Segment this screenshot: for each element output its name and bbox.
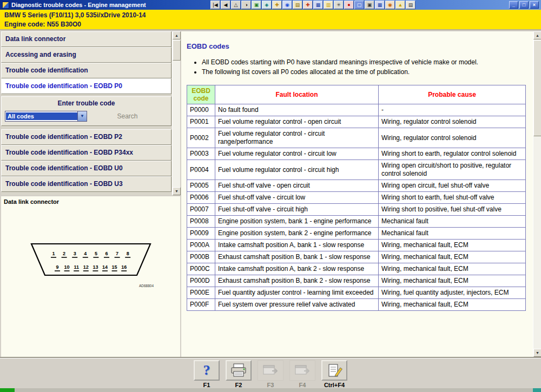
footer-button-f1[interactable]: ?F1 — [193, 360, 221, 388]
close-button[interactable]: × — [530, 1, 539, 9]
connector-panel: Data link connector 12345678 91011121314… — [1, 196, 180, 357]
function-key-label: F2 — [225, 382, 253, 388]
table-row: P000BExhaust camshaft position B, bank 1… — [187, 251, 526, 263]
toolbar: |◀◀△◑▣◈✚◉▤✚▦▥✳●▢▣▦◉▲▤ — [210, 0, 416, 10]
tools-icon[interactable]: ✚ — [272, 1, 282, 9]
scroll-thumb[interactable] — [533, 40, 541, 136]
connector-pin-number: 2 — [63, 251, 65, 256]
connector-outline — [31, 244, 150, 275]
taskbar-teal-fragment — [533, 388, 541, 392]
sidebar-item[interactable]: Trouble code identification - EOBD P2 — [1, 129, 171, 145]
cause-cell: Wiring short to earth, regulator control… — [379, 148, 526, 160]
window-icon[interactable]: ▢ — [354, 1, 364, 9]
warning-triangle-icon[interactable]: △ — [231, 1, 241, 9]
table-row: P000EFuel quantity adjuster control - le… — [187, 287, 526, 299]
scroll-down-icon[interactable]: ▼ — [533, 349, 541, 357]
help-icon: ? — [203, 362, 210, 378]
obd-connector-diagram: 12345678 910111213141516 AD68804 — [26, 241, 156, 290]
fault-cell: Fuel quantity adjuster control - learnin… — [215, 287, 379, 299]
bullet-item: The following list covers all P0 codes a… — [202, 68, 533, 76]
app-icon — [2, 2, 9, 9]
connector-pin-number: 9 — [56, 264, 58, 270]
first-page-icon[interactable]: |◀ — [210, 1, 220, 9]
printer-icon[interactable] — [226, 360, 252, 381]
export-icon — [262, 363, 279, 377]
bottom-edge-strip — [0, 388, 541, 392]
title-bar[interactable]: Diagnostic trouble codes - Engine manage… — [0, 0, 541, 10]
help-icon[interactable]: ? — [194, 360, 220, 381]
clock-icon[interactable]: ◉ — [282, 1, 292, 9]
minimize-button[interactable]: _ — [509, 1, 518, 9]
scroll-down-icon[interactable]: ▼ — [173, 187, 181, 195]
connector-pin-number: 1 — [52, 251, 55, 256]
code-cell: P0005 — [187, 180, 215, 192]
scroll-up-icon[interactable]: ▲ — [533, 31, 541, 39]
sidebar-item[interactable]: Trouble code identification - EOBD P0 — [1, 78, 171, 94]
footer-button-f3: F3 — [256, 360, 285, 388]
gear-icon[interactable]: ✳ — [334, 1, 344, 9]
engine-code: Engine code: N55 B30O0 — [4, 20, 541, 29]
cause-cell: Wiring, mechanical fault, ECM — [379, 263, 526, 275]
display-icon[interactable]: ▣ — [252, 1, 261, 9]
disk-icon[interactable]: ▦ — [375, 1, 385, 9]
sidebar-item[interactable]: Data link connector — [1, 31, 171, 47]
scroll-thumb[interactable] — [173, 40, 181, 61]
search-section-title: Enter trouble code — [2, 97, 171, 110]
connector-pin-number: 16 — [121, 264, 127, 270]
table-row: P0008Engine position system, bank 1 - en… — [187, 216, 526, 228]
fault-cell: Fuel volume regulator control - circuit … — [215, 148, 379, 160]
sidebar-nav-bottom: Trouble code identification - EOBD P2Tro… — [1, 129, 171, 192]
back-icon[interactable]: ◀ — [221, 1, 230, 9]
code-cell: P000E — [187, 287, 215, 299]
code-cell: P000D — [187, 275, 215, 287]
connector-panel-title: Data link connector — [1, 196, 180, 205]
contrast-icon[interactable]: ◑ — [241, 1, 251, 9]
main-content: EOBD codes All EOBD codes starting with … — [181, 31, 533, 357]
power-icon[interactable]: ● — [344, 1, 354, 9]
sidebar-scrollbar[interactable]: ▲ ▼ — [172, 31, 180, 195]
vehicle-title: BMW 5 Series (F10/11) 3,0 535i/xDrive 20… — [4, 11, 541, 20]
table-row: P000DExhaust camshaft position B, bank 2… — [187, 275, 526, 287]
sidebar-item[interactable]: Trouble code identification — [1, 63, 171, 78]
document-edit-icon[interactable] — [321, 360, 347, 381]
code-cell: P000F — [187, 299, 215, 311]
sidebar-item[interactable]: Trouble code identification - EOBD U3 — [1, 176, 171, 192]
document-icon[interactable]: ▤ — [406, 1, 415, 9]
cause-cell: Wiring, fuel quantity adjuster, injector… — [379, 287, 526, 299]
function-key-label: F1 — [193, 382, 221, 388]
table-row: P0005Fuel shut-off valve - open circuitW… — [187, 180, 526, 192]
save-icon[interactable]: ▦ — [313, 1, 323, 9]
cause-cell: Mechanical fault — [379, 216, 526, 228]
fault-cell: Exhaust camshaft position B, bank 2 - sl… — [215, 275, 379, 287]
table-row: P0003Fuel volume regulator control - cir… — [187, 148, 526, 160]
main-scrollbar[interactable]: ▲ ▼ — [533, 31, 541, 357]
connector-pin-number: 15 — [111, 264, 117, 270]
alert-icon[interactable]: ▲ — [395, 1, 405, 9]
wrench-icon[interactable]: ✚ — [303, 1, 313, 9]
users-icon[interactable]: ◉ — [385, 1, 395, 9]
sidebar-item[interactable]: Trouble code identification - EOBD P34xx — [1, 145, 171, 161]
monitor-icon[interactable]: ▣ — [365, 1, 374, 9]
scroll-up-icon[interactable]: ▲ — [173, 31, 181, 39]
chevron-down-icon[interactable]: ▼ — [77, 111, 87, 121]
sidebar-item[interactable]: Trouble code identification - EOBD U0 — [1, 161, 171, 176]
cause-cell: Wiring short to earth, fuel shut-off val… — [379, 192, 526, 204]
function-key-label: F3 — [256, 382, 285, 388]
printer-icon — [230, 363, 247, 377]
toolbox-icon[interactable]: ▥ — [324, 1, 333, 9]
fault-cell: Fuel shut-off valve - open circuit — [215, 180, 379, 192]
maximize-button[interactable]: □ — [519, 1, 529, 9]
search-button[interactable]: Search — [87, 112, 168, 120]
code-filter-dropdown[interactable]: All codes ▼ — [5, 111, 87, 122]
code-cell: P000B — [187, 251, 215, 263]
connector-pin-number: 6 — [105, 251, 108, 256]
network-icon[interactable]: ◈ — [262, 1, 272, 9]
cause-cell: Wiring open circuit/short to positive, r… — [379, 160, 526, 180]
footer-button-ctrl-f4[interactable]: Ctrl+F4 — [320, 360, 348, 388]
sidebar-item[interactable]: Accessing and erasing — [1, 47, 171, 63]
cause-cell: Wiring short to positive, fuel shut-off … — [379, 204, 526, 216]
cause-cell: Wiring, mechanical fault, ECM — [379, 251, 526, 263]
settings-icon[interactable]: ▤ — [293, 1, 302, 9]
footer-button-f2[interactable]: F2 — [225, 360, 253, 388]
cause-cell: Wiring open circuit, fuel shut-off valve — [379, 180, 526, 192]
